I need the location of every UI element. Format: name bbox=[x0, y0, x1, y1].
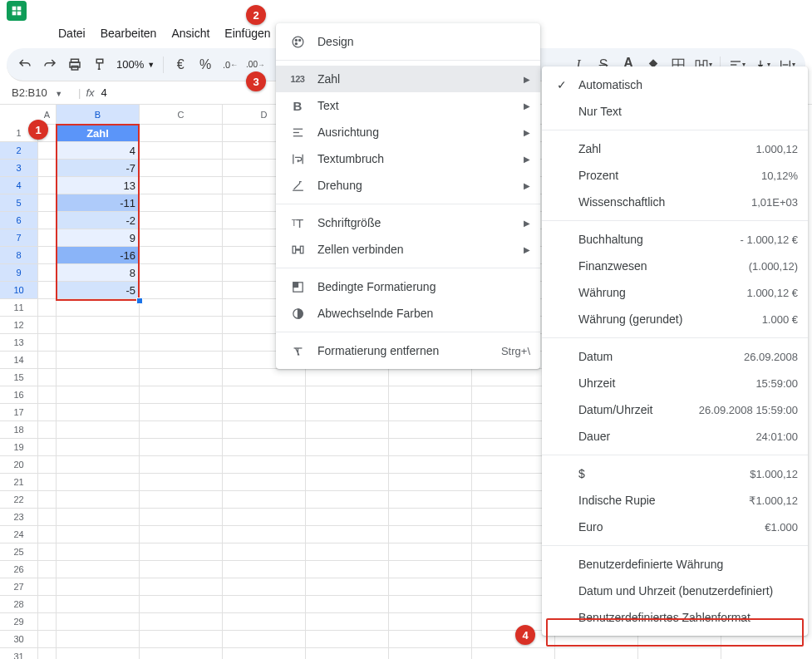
cell[interactable] bbox=[389, 421, 472, 439]
number-menu-item[interactable]: Nur Text bbox=[542, 98, 808, 125]
cell[interactable] bbox=[140, 264, 223, 282]
cell[interactable] bbox=[57, 317, 140, 334]
row-header[interactable]: 26 bbox=[0, 561, 38, 578]
row-header[interactable]: 3 bbox=[0, 160, 38, 177]
cell[interactable] bbox=[57, 526, 140, 543]
cell[interactable] bbox=[38, 474, 57, 491]
cell[interactable] bbox=[140, 160, 223, 177]
number-menu-item[interactable]: Zahl1.000,12 bbox=[542, 135, 808, 162]
row-header[interactable]: 20 bbox=[0, 456, 38, 474]
formula-input[interactable]: 4 bbox=[101, 86, 107, 99]
row-header[interactable]: 24 bbox=[0, 526, 38, 543]
cell[interactable] bbox=[140, 317, 223, 334]
number-menu-item[interactable]: Währung (gerundet)1.000 € bbox=[542, 306, 808, 332]
cell[interactable] bbox=[223, 648, 306, 659]
cell[interactable] bbox=[38, 421, 57, 439]
cell[interactable] bbox=[57, 369, 140, 386]
cell[interactable] bbox=[140, 177, 223, 194]
cell[interactable] bbox=[38, 631, 57, 648]
cell[interactable] bbox=[38, 194, 57, 212]
cell[interactable] bbox=[306, 474, 389, 491]
row-header[interactable]: 16 bbox=[0, 386, 38, 404]
number-menu-item[interactable]: Benutzerdefinierte Währung bbox=[542, 551, 808, 578]
row-header[interactable]: 4 bbox=[0, 177, 38, 194]
cell[interactable] bbox=[38, 613, 57, 631]
cell[interactable] bbox=[38, 439, 57, 456]
cell[interactable] bbox=[38, 299, 57, 317]
cell[interactable] bbox=[223, 474, 306, 491]
cell[interactable] bbox=[57, 439, 140, 456]
number-menu-item[interactable]: Euro€1.000 bbox=[542, 514, 808, 540]
cell[interactable] bbox=[223, 439, 306, 456]
row-header[interactable]: 14 bbox=[0, 352, 38, 369]
cell[interactable] bbox=[306, 596, 389, 613]
cell[interactable] bbox=[306, 578, 389, 596]
format-menu-item[interactable]: Drehung▶ bbox=[276, 172, 540, 199]
cell[interactable] bbox=[555, 648, 638, 659]
cell[interactable] bbox=[223, 561, 306, 578]
cell[interactable] bbox=[38, 386, 57, 404]
number-menu-item[interactable]: Wissenschaftlich1,01E+03 bbox=[542, 189, 808, 215]
cell[interactable] bbox=[38, 509, 57, 526]
cell[interactable] bbox=[38, 578, 57, 596]
cell[interactable] bbox=[38, 596, 57, 613]
cell[interactable]: -16 bbox=[57, 247, 140, 264]
row-header[interactable]: 8 bbox=[0, 247, 38, 264]
cell[interactable] bbox=[38, 317, 57, 334]
cell[interactable] bbox=[223, 543, 306, 561]
menu-bearbeiten[interactable]: Bearbeiten bbox=[94, 23, 164, 43]
menu-datei[interactable]: Datei bbox=[52, 23, 92, 43]
cell[interactable]: 9 bbox=[57, 229, 140, 247]
cell[interactable] bbox=[140, 613, 223, 631]
cell[interactable] bbox=[140, 474, 223, 491]
cell[interactable] bbox=[57, 561, 140, 578]
cell[interactable] bbox=[389, 491, 472, 509]
cell[interactable] bbox=[306, 509, 389, 526]
row-header[interactable]: 10 bbox=[0, 282, 38, 299]
cell[interactable] bbox=[223, 613, 306, 631]
format-menu-item[interactable]: Design bbox=[276, 28, 540, 55]
cell[interactable] bbox=[223, 631, 306, 648]
number-menu-item[interactable]: Finanzwesen(1.000,12) bbox=[542, 253, 808, 279]
cell[interactable] bbox=[306, 491, 389, 509]
cell[interactable] bbox=[638, 648, 721, 659]
cell[interactable] bbox=[389, 648, 472, 659]
number-menu-item[interactable]: Indische Rupie₹1.000,12 bbox=[542, 487, 808, 514]
cell[interactable] bbox=[38, 177, 57, 194]
menu-einfügen[interactable]: Einfügen bbox=[218, 23, 277, 43]
cell[interactable] bbox=[140, 352, 223, 369]
row-header[interactable]: 15 bbox=[0, 369, 38, 386]
cell[interactable] bbox=[389, 543, 472, 561]
cell[interactable] bbox=[57, 334, 140, 352]
number-menu-item[interactable]: Dauer24:01:00 bbox=[542, 423, 808, 450]
number-menu-item[interactable]: Währung1.000,12 € bbox=[542, 279, 808, 306]
cell[interactable] bbox=[57, 421, 140, 439]
print-button[interactable] bbox=[63, 53, 86, 76]
cell[interactable] bbox=[389, 474, 472, 491]
cell[interactable] bbox=[223, 369, 306, 386]
cell[interactable] bbox=[38, 334, 57, 352]
cell[interactable] bbox=[223, 386, 306, 404]
cell[interactable] bbox=[140, 509, 223, 526]
cell[interactable]: -7 bbox=[57, 160, 140, 177]
cell[interactable] bbox=[57, 456, 140, 474]
cell[interactable]: Zahl bbox=[57, 125, 140, 142]
number-menu-item[interactable]: Datum und Uhrzeit (benutzerdefiniert) bbox=[542, 578, 808, 604]
cell[interactable] bbox=[140, 247, 223, 264]
cell[interactable] bbox=[140, 229, 223, 247]
row-header[interactable]: 6 bbox=[0, 212, 38, 229]
cell[interactable] bbox=[389, 561, 472, 578]
cell[interactable] bbox=[57, 352, 140, 369]
cell[interactable] bbox=[306, 456, 389, 474]
cell[interactable] bbox=[140, 526, 223, 543]
cell[interactable] bbox=[140, 212, 223, 229]
row-header[interactable]: 28 bbox=[0, 596, 38, 613]
cell[interactable] bbox=[38, 526, 57, 543]
cell[interactable] bbox=[306, 439, 389, 456]
format-menu-item[interactable]: Ausrichtung▶ bbox=[276, 119, 540, 145]
cell[interactable] bbox=[223, 421, 306, 439]
cell[interactable] bbox=[57, 386, 140, 404]
col-header-B[interactable]: B bbox=[57, 105, 140, 125]
cell[interactable] bbox=[306, 543, 389, 561]
selection-handle[interactable] bbox=[136, 298, 143, 304]
